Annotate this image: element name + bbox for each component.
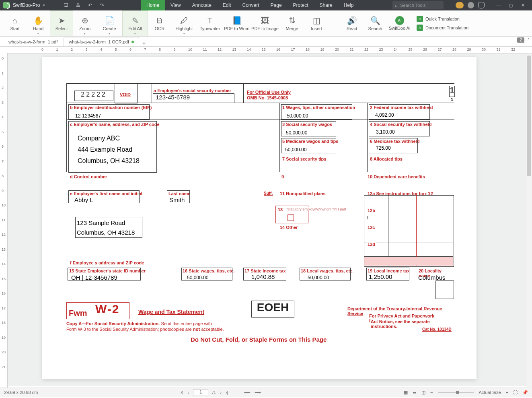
tool-insert[interactable]: ◫Insert [305,10,328,36]
pdf-page[interactable]: 22222 VOID a Employee's social security … [42,57,477,379]
page-total: /1 [212,390,216,395]
tool-highlight[interactable]: 🖊Highlight▾ [171,10,197,36]
tool-pdf-to-word[interactable]: 📘PDF to Word [223,10,251,36]
tab-doc-2[interactable]: what-is-a-w-2-form_1 OCR.pdf [64,37,139,46]
nav-last-button[interactable]: ›| [226,390,228,395]
search-tools-input[interactable]: ⌕ Search Tools [392,1,444,9]
highlight-icon: 🖊 [180,16,188,25]
zoom-in-button[interactable]: + [506,390,508,395]
label-9: 9 [281,174,284,179]
label-12b: 12b [367,208,376,213]
tool-read[interactable]: 🔊Read [340,10,364,36]
document-tabs: what-is-a-w-2-form_1.pdf what-is-a-w-2-f… [0,37,532,47]
view-mode-3-icon[interactable]: ◫ [421,390,425,395]
user-avatar-icon[interactable] [468,2,474,8]
new-tab-button[interactable]: + [140,40,148,46]
field-addr2[interactable]: Columbus, OH 43218 [77,229,135,236]
field-3[interactable]: 50,000.00 [286,130,307,136]
page-number-input[interactable]: 1 [193,389,208,396]
nav-first-button[interactable]: K [181,390,183,395]
box-22222[interactable]: 22222 [74,91,113,101]
quick-translation-button[interactable]: AQuick Translation [417,16,468,22]
search-placeholder: Search Tools [400,3,425,8]
menu-protect[interactable]: Protect [288,0,314,10]
nav-forward-button[interactable]: ⟶ [255,390,261,395]
menu-share[interactable]: Share [314,0,338,10]
nav-prev-button[interactable]: ‹ [187,390,189,395]
field-16[interactable]: 50,000.00 [187,275,208,280]
close-button[interactable]: ✕ [517,0,529,10]
zoom-out-button[interactable]: − [430,390,433,395]
menu-convert[interactable]: Convert [237,0,265,10]
maximize-button[interactable]: ▢ [505,0,517,10]
fullscreen-icon[interactable]: ⛶ [513,390,518,395]
canvas[interactable]: 22222 VOID a Employee's social security … [8,54,530,386]
field-c3[interactable]: Columbus, OH 43218 [78,157,140,165]
label-official: For Official Use Only [246,90,291,95]
tool-start[interactable]: ⌂Start [3,10,27,36]
create-icon: 📄 [105,16,115,25]
notifications-icon[interactable] [478,2,485,8]
field-17[interactable]: 1,040.88 [251,273,275,280]
field-e[interactable]: Abby L [74,196,93,203]
minimize-button[interactable]: — [493,0,505,10]
tool-typewriter[interactable]: TTypewriter [197,10,223,36]
view-mode-2-icon[interactable]: ☰ [413,390,417,395]
merge-icon: ⇅ [289,16,296,25]
premium-badge-icon[interactable] [456,2,464,8]
menu-bar: Home View Annotate Edit Convert Page Pro… [107,0,392,10]
tool-merge[interactable]: ⇅Merge [279,10,305,36]
field-18[interactable]: 50,000.00 [308,275,329,280]
app-menu-caret-icon[interactable]: ▼ [42,4,45,7]
field-addr1[interactable]: 123 Sample Road [77,219,125,226]
vertical-scrollbar[interactable] [526,54,532,387]
scrollbar-thumb[interactable] [527,56,531,176]
menu-page[interactable]: Page [265,0,288,10]
tool-create[interactable]: 📄Create▾ [97,10,122,36]
void-label: VOID [119,92,131,97]
tool-search[interactable]: 🔍Search [364,10,387,36]
zoom-label: Actual Size [479,390,501,395]
collapse-ribbon-icon[interactable]: ˄ [528,38,530,42]
menu-home[interactable]: Home [141,0,165,10]
pin-icon[interactable]: 📌 [522,390,528,395]
label-a: a Employee's social security number [153,88,232,93]
menu-help[interactable]: Help [338,0,359,10]
field-1[interactable]: 50,000.00 [287,113,308,119]
field-last[interactable]: Smith [169,196,185,203]
menu-annotate[interactable]: Annotate [187,0,217,10]
tab-doc-1[interactable]: what-is-a-w-2-form_1.pdf [3,37,63,46]
field-ssn[interactable]: 123-45-6789 [153,93,234,103]
tool-ocr[interactable]: 🗎OCR [148,10,171,36]
label-10: 10 Dependent care benefits [367,174,425,179]
view-mode-1-icon[interactable]: ▦ [404,390,408,395]
tool-hand[interactable]: ✋Hand▾ [27,10,50,36]
print-icon[interactable]: 🖶 [73,0,83,10]
field-19[interactable]: 1,250.00 [369,273,392,280]
zoom-slider[interactable] [438,392,474,393]
save-icon[interactable]: 🖫 [61,0,71,10]
field-15[interactable]: OH | 12-3456789 [71,274,117,281]
field-c1[interactable]: Company ABC [78,135,120,142]
tool-edit-all[interactable]: ✎Edit All▾ [122,10,148,36]
field-6[interactable]: 725.00 [376,145,391,151]
search-tool-icon: 🔍 [370,16,380,25]
tool-ai[interactable]: AISwifDoo AI [387,10,413,36]
field-ein[interactable]: 12-1234567 [75,113,101,119]
nav-next-button[interactable]: › [220,390,222,395]
menu-edit[interactable]: Edit [217,0,237,10]
field-20[interactable]: Columbus [418,274,446,281]
tool-select[interactable]: ➤Select [50,10,73,36]
nav-back-button[interactable]: ⟵ [244,390,251,395]
status-bar: 29.69 x 20.98 cm K ‹ 1 /1 › ›| ⟵ ⟶ ▦ ☰ ◫… [0,388,532,397]
tool-zoom[interactable]: ⊕Zoom▾ [73,10,97,36]
field-5[interactable]: 50,000.00 [285,147,306,153]
menu-view[interactable]: View [165,0,187,10]
undo-icon[interactable]: ↶ [85,0,95,10]
document-translation-button[interactable]: ADocument Translation [417,25,468,31]
field-4[interactable]: 3,100.00 [376,129,395,135]
redo-icon[interactable]: ↷ [97,0,107,10]
field-c2[interactable]: 444 Example Road [78,146,132,153]
tool-pdf-to-image[interactable]: 🖼PDF to Image [251,10,279,36]
field-2[interactable]: 4,092.00 [375,112,394,118]
